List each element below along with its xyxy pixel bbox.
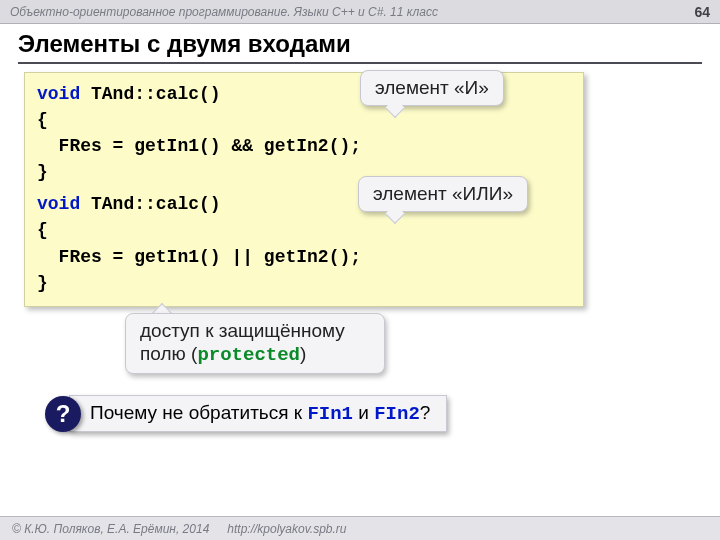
page-number: 64 [694, 4, 710, 20]
page-title: Элементы с двумя входами [18, 30, 351, 58]
code-line: FRes = getIn1() || getIn2(); [37, 244, 571, 270]
callout-text: ) [300, 343, 306, 364]
question-badge: ? [45, 396, 81, 432]
callout-text: элемент «И» [375, 77, 489, 98]
header-band: Объектно-ориентированное программировани… [0, 0, 720, 24]
callout-or: элемент «ИЛИ» [358, 176, 528, 212]
question-row: ? Почему не обратиться к FIn1 и FIn2? [45, 395, 447, 432]
keyword-void: void [37, 84, 80, 104]
question-text: ? [420, 402, 431, 423]
code-sig-1: TAnd::calc() [80, 84, 220, 104]
footer-url: http://kpolyakov.spb.ru [227, 522, 346, 536]
question-mark-icon: ? [56, 400, 71, 428]
code-line: { [37, 107, 571, 133]
footer-band: © К.Ю. Поляков, Е.А. Ерёмин, 2014 http:/… [0, 516, 720, 540]
course-title: Объектно-ориентированное программировани… [10, 5, 694, 19]
question-text: Почему не обратиться к [90, 402, 307, 423]
title-divider [18, 62, 702, 64]
callout-and: элемент «И» [360, 70, 504, 106]
code-sig-2: TAnd::calc() [80, 194, 220, 214]
keyword-void: void [37, 194, 80, 214]
code-line: FRes = getIn1() && getIn2(); [37, 133, 571, 159]
callout-protected: доступ к защищённому полю (protected) [125, 313, 385, 374]
footer-copyright: © К.Ю. Поляков, Е.А. Ерёмин, 2014 [12, 522, 209, 536]
code-line: } [37, 270, 571, 296]
code-ident: FIn1 [307, 403, 353, 425]
callout-text: элемент «ИЛИ» [373, 183, 513, 204]
code-ident: FIn2 [374, 403, 420, 425]
question-text: и [353, 402, 374, 423]
code-line: { [37, 217, 571, 243]
question-box: Почему не обратиться к FIn1 и FIn2? [69, 395, 447, 432]
keyword-protected: protected [197, 344, 300, 366]
